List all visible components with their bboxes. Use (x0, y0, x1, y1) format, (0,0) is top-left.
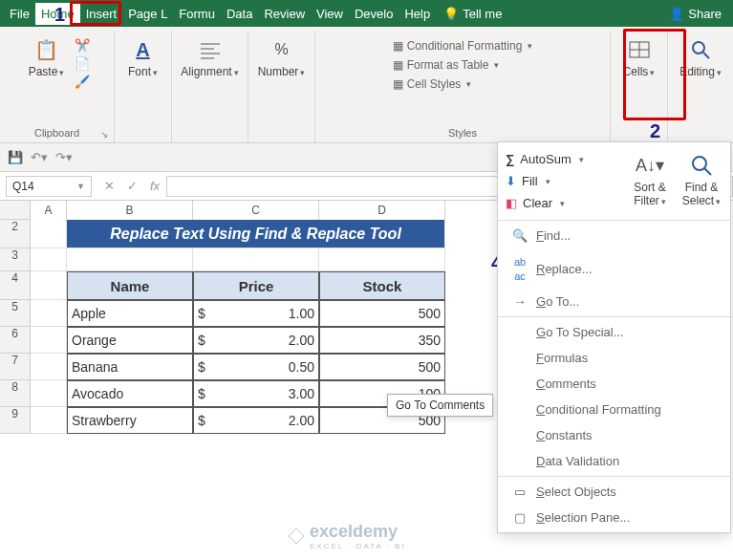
menu-item-icon (511, 351, 528, 365)
cell-price[interactable]: $2.00 (193, 407, 319, 434)
cell-name[interactable]: Strawberry (67, 407, 193, 434)
svg-point-7 (693, 42, 704, 54)
cells-button[interactable]: Cells (617, 32, 661, 82)
find-menu-item-6[interactable]: Conditional Formatting (498, 397, 730, 422)
find-menu-item-0[interactable]: 🔍Find... (498, 223, 730, 248)
ribbon: 📋 Paste ✂️ 📄 🖌️ Clipboard ↘ A Font Align… (0, 27, 733, 143)
cell-price[interactable]: $1.00 (193, 300, 319, 327)
col-header-c[interactable]: C (193, 201, 319, 220)
clear-button[interactable]: ◧ Clear (504, 192, 617, 214)
cell-name[interactable]: Orange (67, 327, 193, 354)
tell-me[interactable]: 💡 Tell me (436, 7, 509, 21)
tab-view[interactable]: View (311, 3, 349, 25)
menu-item-icon: → (511, 294, 528, 309)
row-header[interactable]: 8 (0, 380, 31, 407)
autosum-label: AutoSum (520, 152, 571, 166)
editing-button[interactable]: Editing (676, 32, 725, 82)
tab-insert[interactable]: Insert (80, 3, 123, 25)
tab-review[interactable]: Review (258, 3, 311, 25)
find-menu-item-4[interactable]: Formulas (498, 345, 730, 371)
cell-stock[interactable]: 500 (319, 300, 445, 327)
menu-item-icon (511, 377, 528, 391)
menu-item-label: Replace... (536, 262, 593, 276)
watermark-brand: exceldemy (310, 522, 406, 542)
tab-data[interactable]: Data (221, 3, 258, 25)
cell-stock[interactable]: 350 (319, 327, 445, 354)
clipboard-launcher[interactable]: ↘ (100, 129, 112, 140)
cell-price[interactable]: $2.00 (193, 327, 319, 354)
clipboard-group-label: Clipboard (8, 125, 106, 140)
row-header[interactable]: 4 (0, 271, 31, 300)
font-button[interactable]: A Font (121, 32, 165, 82)
col-header-a[interactable]: A (31, 201, 67, 220)
find-menu-item-8[interactable]: Data Validation (498, 448, 730, 474)
cell-price[interactable]: $3.00 (193, 380, 319, 407)
cell-stock[interactable]: 500 (319, 354, 445, 380)
copy-icon[interactable]: 📄 (75, 56, 90, 71)
row-header[interactable]: 2 (0, 220, 31, 248)
row-header[interactable]: 5 (0, 300, 31, 327)
menu-item-icon (511, 428, 528, 442)
alignment-button[interactable]: Alignment (177, 32, 242, 82)
sigma-icon: ∑ (506, 152, 514, 166)
tab-file[interactable]: File (4, 3, 35, 25)
row-header[interactable]: 7 (0, 354, 31, 380)
fx-icon[interactable]: fx (143, 179, 166, 193)
font-icon: A (130, 36, 157, 63)
cut-icon[interactable]: ✂️ (75, 38, 90, 53)
fill-button[interactable]: ⬇ Fill (504, 170, 617, 192)
title-cell[interactable]: Replace Text Using Find & Replace Tool (67, 220, 445, 248)
find-select-button[interactable]: Find & Select (677, 148, 726, 214)
sort-filter-button[interactable]: A↓▾ Sort & Filter (627, 148, 673, 214)
cell-styles-button[interactable]: ▦ Cell Styles (391, 76, 474, 92)
header-price[interactable]: Price (193, 271, 319, 300)
header-stock[interactable]: Stock (319, 271, 445, 300)
format-painter-icon[interactable]: 🖌️ (75, 75, 90, 89)
conditional-formatting-button[interactable]: ▦ Conditional Formatting (391, 38, 535, 54)
tab-formulas[interactable]: Formu (173, 3, 221, 25)
chevron-down-icon[interactable]: ▼ (76, 182, 85, 191)
cell-name[interactable]: Avocado (67, 380, 193, 407)
header-name[interactable]: Name (67, 271, 193, 300)
fill-icon: ⬇ (506, 174, 516, 188)
font-label: Font (128, 65, 158, 78)
row-header[interactable]: 6 (0, 327, 31, 354)
find-menu-item-10[interactable]: ▢Selection Pane... (498, 505, 730, 530)
menu-item-label: Comments (536, 377, 596, 391)
autosum-button[interactable]: ∑ AutoSum (504, 148, 617, 170)
cell-price[interactable]: $0.50 (193, 354, 319, 380)
share-button[interactable]: 👤 Share (661, 7, 729, 21)
find-menu-item-9[interactable]: ▭Select Objects (498, 479, 730, 505)
cell-name[interactable]: Banana (67, 354, 193, 380)
number-button[interactable]: % Number (254, 32, 310, 82)
undo-icon[interactable]: ↶▾ (31, 150, 48, 164)
tab-page-layout[interactable]: Page L (122, 3, 173, 25)
find-menu-item-1[interactable]: abacReplace... (498, 248, 730, 289)
menu-bar: File Home Insert Page L Formu Data Revie… (0, 0, 733, 27)
name-box[interactable]: Q14 ▼ (6, 176, 92, 197)
paste-button[interactable]: 📋 Paste (25, 32, 69, 82)
editing-icon (687, 36, 714, 63)
find-menu-item-7[interactable]: Constants (498, 422, 730, 448)
cond-format-icon: ▦ (393, 39, 403, 53)
cells-icon (626, 36, 653, 63)
cancel-formula-icon[interactable]: ✕ (97, 179, 120, 193)
tab-developer[interactable]: Develo (349, 3, 399, 25)
tab-help[interactable]: Help (399, 3, 436, 25)
tooltip: Go To Comments (387, 394, 493, 417)
format-as-table-button[interactable]: ▦ Format as Table (391, 57, 502, 73)
save-icon[interactable]: 💾 (8, 150, 23, 164)
col-header-d[interactable]: D (319, 201, 445, 220)
enter-formula-icon[interactable]: ✓ (120, 179, 143, 193)
find-menu-item-2[interactable]: →Go To... (498, 289, 730, 314)
row-header[interactable]: 3 (0, 248, 31, 271)
find-menu-item-5[interactable]: Comments (498, 371, 730, 397)
find-menu-item-3[interactable]: Go To Special... (498, 319, 730, 345)
share-icon: 👤 (669, 7, 684, 21)
editing-dropdown-panel: ∑ AutoSum ⬇ Fill ◧ Clear A↓▾ Sort & Filt… (497, 141, 731, 533)
cell-name[interactable]: Apple (67, 300, 193, 327)
paste-label: Paste (29, 65, 65, 78)
redo-icon[interactable]: ↷▾ (55, 150, 73, 164)
row-header[interactable]: 9 (0, 407, 31, 434)
col-header-b[interactable]: B (67, 201, 193, 220)
